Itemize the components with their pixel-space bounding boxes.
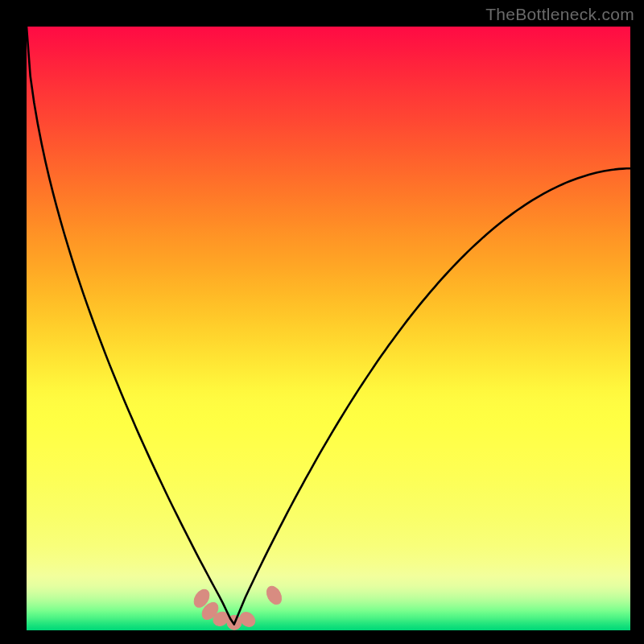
chart-frame: TheBottleneck.com (0, 0, 644, 644)
heat-gradient-background (27, 27, 630, 630)
attribution-label: TheBottleneck.com (485, 5, 634, 24)
plot-area (27, 27, 630, 630)
